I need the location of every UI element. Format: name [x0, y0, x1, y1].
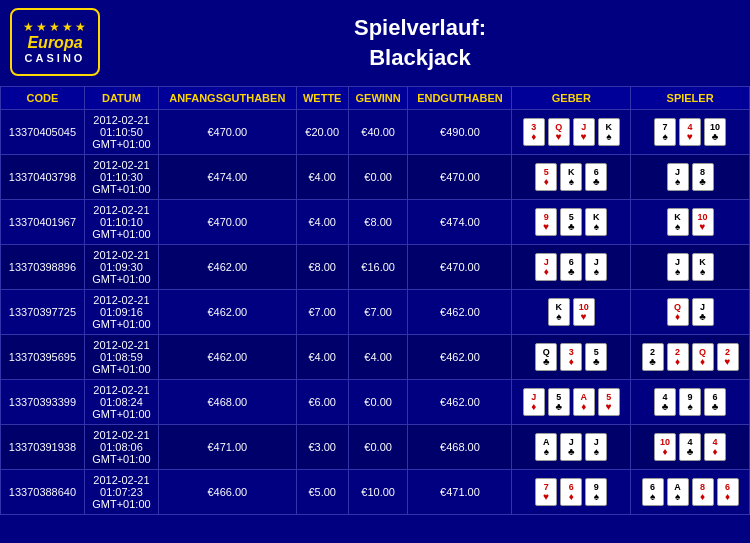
playing-card: 4♣ [654, 388, 676, 416]
table-row: 133703919382012-02-21 01:08:06 GMT+01:00… [1, 425, 750, 470]
col-spieler: SPIELER [631, 87, 750, 110]
playing-card: 5♦ [535, 163, 557, 191]
playing-card: K♠ [667, 208, 689, 236]
logo-europa: Europa [27, 34, 82, 52]
playing-card: 6♠ [642, 478, 664, 506]
table-row: 133703886402012-02-21 01:07:23 GMT+01:00… [1, 470, 750, 515]
game-history-table: CODE DATUM ANFANGSGUTHABEN WETTE GEWINN … [0, 86, 750, 515]
col-code: CODE [1, 87, 85, 110]
playing-card: 2♥ [717, 343, 739, 371]
playing-card: A♠ [535, 433, 557, 461]
playing-card: Q♦ [692, 343, 714, 371]
col-wette: WETTE [296, 87, 348, 110]
playing-card: Q♦ [667, 298, 689, 326]
playing-card: 10♦ [654, 433, 676, 461]
playing-card: 7♥ [535, 478, 557, 506]
playing-card: J♥ [573, 118, 595, 146]
playing-card: 9♥ [535, 208, 557, 236]
playing-card: J♣ [560, 433, 582, 461]
playing-card: J♠ [585, 253, 607, 281]
playing-card: J♠ [585, 433, 607, 461]
playing-card: K♠ [692, 253, 714, 281]
playing-card: 5♣ [560, 208, 582, 236]
col-gewinn: GEWINN [348, 87, 408, 110]
playing-card: 6♣ [560, 253, 582, 281]
col-geber: GEBER [512, 87, 631, 110]
table-header-row: CODE DATUM ANFANGSGUTHABEN WETTE GEWINN … [1, 87, 750, 110]
playing-card: J♠ [667, 253, 689, 281]
playing-card: 10♥ [692, 208, 714, 236]
playing-card: A♦ [573, 388, 595, 416]
col-endguth: ENDGUTHABEN [408, 87, 512, 110]
playing-card: Q♥ [548, 118, 570, 146]
playing-card: 7♠ [654, 118, 676, 146]
table-row: 133703977252012-02-21 01:09:16 GMT+01:00… [1, 290, 750, 335]
logo-casino: CASINO [25, 52, 86, 64]
playing-card: 4♥ [679, 118, 701, 146]
playing-card: K♠ [585, 208, 607, 236]
table-row: 133704019672012-02-21 01:10:10 GMT+01:00… [1, 200, 750, 245]
logo-stars: ★★★★★ [23, 20, 88, 34]
playing-card: J♦ [523, 388, 545, 416]
playing-card: 8♣ [692, 163, 714, 191]
playing-card: 8♦ [692, 478, 714, 506]
playing-card: 4♦ [704, 433, 726, 461]
playing-card: 5♣ [585, 343, 607, 371]
title-area: Spielverlauf: Blackjack [100, 15, 740, 71]
title-spielverlauf: Spielverlauf: [100, 15, 740, 41]
playing-card: 9♠ [585, 478, 607, 506]
col-datum: DATUM [84, 87, 158, 110]
table-row: 133703988962012-02-21 01:09:30 GMT+01:00… [1, 245, 750, 290]
playing-card: 10♣ [704, 118, 726, 146]
playing-card: 5♣ [548, 388, 570, 416]
playing-card: 9♠ [679, 388, 701, 416]
playing-card: 3♦ [560, 343, 582, 371]
playing-card: 5♥ [598, 388, 620, 416]
table-row: 133704050452012-02-21 01:10:50 GMT+01:00… [1, 110, 750, 155]
playing-card: K♠ [598, 118, 620, 146]
playing-card: J♣ [692, 298, 714, 326]
playing-card: 6♦ [717, 478, 739, 506]
header: ★★★★★ Europa CASINO Spielverlauf: Blackj… [0, 0, 750, 86]
playing-card: 6♣ [704, 388, 726, 416]
playing-card: J♦ [535, 253, 557, 281]
table-row: 133703956952012-02-21 01:08:59 GMT+01:00… [1, 335, 750, 380]
playing-card: K♠ [560, 163, 582, 191]
logo: ★★★★★ Europa CASINO [10, 8, 100, 78]
playing-card: 6♦ [560, 478, 582, 506]
playing-card: 4♣ [679, 433, 701, 461]
playing-card: 6♣ [585, 163, 607, 191]
playing-card: A♠ [667, 478, 689, 506]
playing-card: 10♥ [573, 298, 595, 326]
col-anfang: ANFANGSGUTHABEN [158, 87, 296, 110]
playing-card: J♠ [667, 163, 689, 191]
playing-card: 2♣ [642, 343, 664, 371]
playing-card: K♠ [548, 298, 570, 326]
playing-card: 2♦ [667, 343, 689, 371]
playing-card: Q♣ [535, 343, 557, 371]
title-blackjack: Blackjack [100, 45, 740, 71]
table-row: 133703933992012-02-21 01:08:24 GMT+01:00… [1, 380, 750, 425]
table-row: 133704037982012-02-21 01:10:30 GMT+01:00… [1, 155, 750, 200]
playing-card: 3♦ [523, 118, 545, 146]
